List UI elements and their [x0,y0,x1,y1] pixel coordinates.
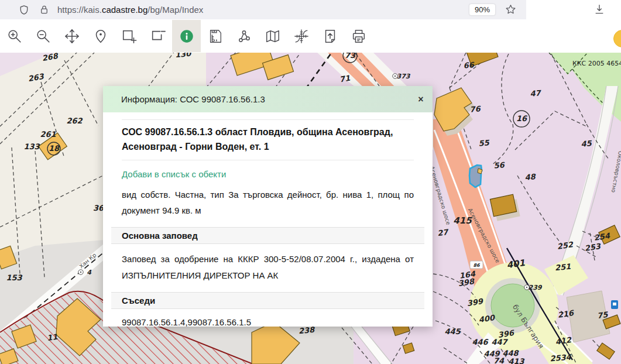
svg-text:262: 262 [66,116,83,125]
svg-text:4: 4 [87,269,92,276]
export-button[interactable] [315,20,344,52]
svg-text:86: 86 [473,263,481,268]
map-sheets-button[interactable] [258,20,287,52]
address-bar[interactable]: https://kais.cadastre.bg/bg/Map/Index 90… [0,0,526,19]
svg-text:251: 251 [554,262,571,272]
close-icon[interactable]: × [409,94,433,105]
svg-text:448: 448 [502,349,519,358]
download-icon[interactable] [593,3,606,16]
svg-text:239: 239 [529,284,543,291]
info-dialog: Информация: СОС 99087.16.56.1.3 × СОС 99… [103,86,433,327]
dialog-header: Информация: СОС 99087.16.56.1.3 × [103,86,433,112]
svg-text:16: 16 [516,114,528,123]
polygon-button[interactable] [229,20,258,52]
order-text: Заповед за одобрение на КККР 300-5-52/08… [122,251,414,284]
object-heading: СОС 99087.16.56.1.3 област Пловдив, общи… [122,119,414,160]
print-button[interactable] [344,20,373,52]
svg-text:56: 56 [493,160,506,170]
svg-text:71: 71 [339,74,351,84]
svg-text:373: 373 [397,73,411,80]
info-tool-button[interactable] [172,20,201,52]
svg-text:18: 18 [49,144,60,153]
svg-text:261: 261 [40,130,56,139]
select-rect-remove-button[interactable] [143,20,172,52]
select-rect-add-button[interactable] [115,20,143,52]
bookmark-star-icon[interactable] [504,4,517,16]
coordinates-button[interactable] [287,20,315,52]
measure-button[interactable] [201,20,229,52]
dialog-body: СОС 99087.16.56.1.3 област Пловдив, общи… [103,112,433,327]
object-details: вид собств. Частна, тип За търговска дей… [122,187,414,219]
svg-text:75: 75 [596,310,609,321]
svg-text:11: 11 [46,332,58,342]
locate-pin-button[interactable] [86,20,115,52]
svg-text:446: 446 [472,338,489,346]
selected-parcel[interactable] [469,165,482,187]
browser-bar: https://kais.cadastre.bg/bg/Map/Index 90… [0,0,621,19]
url-text[interactable]: https://kais.cadastre.bg/bg/Map/Index [57,5,469,15]
shield-icon[interactable] [18,4,30,16]
zoom-out-button[interactable] [29,20,57,52]
add-to-list-link[interactable]: Добави в списък с обекти [122,169,414,179]
svg-text:413: 413 [508,357,524,364]
map-toolbar [0,19,621,53]
svg-text:47: 47 [530,88,542,98]
svg-text:415: 415 [453,215,472,226]
section-neighbours: Съседи [111,292,424,309]
zoom-in-button[interactable] [0,20,29,52]
lock-icon[interactable] [37,4,50,16]
svg-text:48: 48 [524,172,537,182]
svg-text:76: 76 [469,104,482,114]
zoom-level-badge[interactable]: 90% [469,4,496,16]
svg-text:74: 74 [493,356,505,364]
svg-text:153: 153 [6,273,22,282]
map-watermark: ККС 2005 465425 [572,60,621,67]
svg-text:447: 447 [491,338,508,346]
neighbours-text: 99087.16.56.1.4,99087.16.56.1.5 [122,317,414,327]
svg-text:66: 66 [463,60,475,70]
svg-text:133: 133 [23,142,40,151]
svg-text:45: 45 [581,139,592,149]
section-main-order: Основна заповед [111,227,424,244]
pan-button[interactable] [57,20,86,52]
svg-text:445: 445 [444,327,461,336]
svg-text:55: 55 [478,138,490,148]
dialog-title: Информация: СОС 99087.16.56.1.3 [103,94,409,104]
